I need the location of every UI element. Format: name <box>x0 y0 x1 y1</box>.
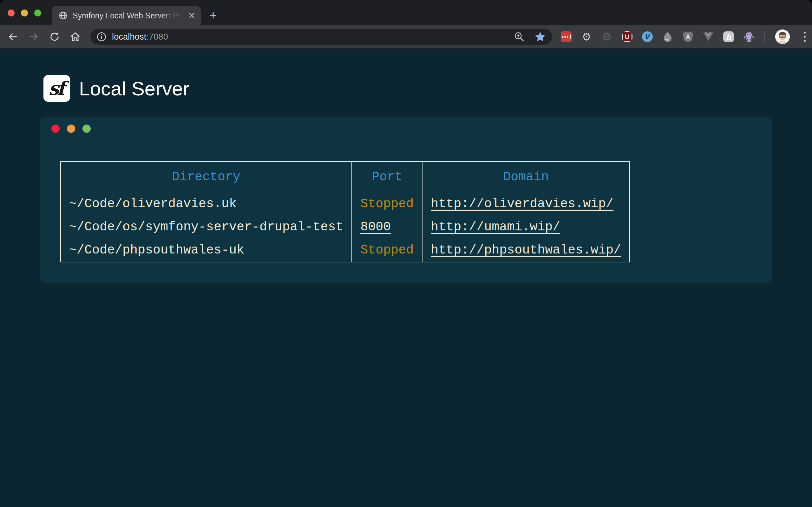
column-header-directory: Directory <box>61 162 352 192</box>
port-cell: 8000 <box>352 216 422 239</box>
reload-icon <box>49 31 60 43</box>
directory-cell: ~/Code/os/symfony-server-drupal-test <box>61 216 352 239</box>
window-minimize-button[interactable] <box>21 9 28 16</box>
vimium-extension-icon[interactable]: V <box>642 32 653 42</box>
tab-strip: Symfony Local Web Server: Prox ✕ + <box>0 0 812 25</box>
gear-extension-icon[interactable]: ⚙ <box>581 32 592 42</box>
table-row: ~/Code/oliverdavies.uk Stopped http://ol… <box>61 192 629 216</box>
port-cell: Stopped <box>352 192 422 216</box>
url-host: localhost <box>112 32 146 42</box>
terminal-card: Directory Port Domain ~/Code/oliverdavie… <box>40 117 772 283</box>
url-bar[interactable]: localhost:7080 <box>90 29 552 45</box>
browser-menu-button[interactable] <box>799 32 810 42</box>
directory-cell: ~/Code/phpsouthwales-uk <box>61 239 352 262</box>
domain-cell: http://phpsouthwales.wip/ <box>422 239 629 262</box>
domain-cell: http://oliverdavies.wip/ <box>422 192 629 216</box>
symfony-logo: sf <box>44 75 70 102</box>
port-link[interactable]: 8000 <box>360 220 391 234</box>
reload-button[interactable] <box>48 30 61 44</box>
lastpass-extension-icon[interactable] <box>561 32 571 42</box>
tab-title: Symfony Local Web Server: Prox <box>72 11 186 20</box>
zoom-page-button[interactable] <box>513 31 525 43</box>
octocat-icon <box>744 32 754 42</box>
domain-link[interactable]: http://oliverdavies.wip/ <box>431 197 613 211</box>
servers-table: Directory Port Domain ~/Code/oliverdavie… <box>60 161 630 262</box>
vue-chevron-icon <box>703 32 714 42</box>
bookmark-star-button[interactable] <box>535 31 546 43</box>
macos-window-controls <box>8 9 41 16</box>
avatar-illustration <box>775 30 790 44</box>
back-button[interactable] <box>6 30 20 44</box>
browser-window: Symfony Local Web Server: Prox ✕ + <box>0 0 812 507</box>
card-green-dot <box>83 124 91 133</box>
drupal-extension-icon[interactable] <box>662 32 673 42</box>
home-icon <box>69 31 81 43</box>
new-tab-button[interactable]: + <box>206 8 221 23</box>
table-row: ~/Code/phpsouthwales-uk Stopped http://p… <box>61 239 629 262</box>
status-badge: Stopped <box>360 243 414 257</box>
table-row: ~/Code/os/symfony-server-drupal-test 800… <box>61 216 629 239</box>
window-zoom-button[interactable] <box>34 9 41 16</box>
h-extension-icon[interactable]: h <box>723 32 734 42</box>
ublock-extension-icon[interactable]: U <box>622 32 632 42</box>
browser-toolbar: localhost:7080 ⚙ <box>0 25 812 49</box>
toolbar-separator <box>764 31 765 43</box>
column-header-port: Port <box>352 162 422 192</box>
domain-link[interactable]: http://umami.wip/ <box>431 220 560 234</box>
page-info-icon[interactable] <box>96 32 107 42</box>
gear-dim-extension-icon[interactable]: ⚙ <box>601 32 612 42</box>
status-badge: Stopped <box>360 197 414 211</box>
page-content: sf Local Server Directory Port Domain <box>0 49 812 507</box>
domain-cell: http://umami.wip/ <box>422 216 629 239</box>
column-header-domain: Domain <box>422 162 629 192</box>
angular-extension-icon[interactable]: A <box>682 32 693 42</box>
github-octocat-extension-icon[interactable] <box>744 32 754 42</box>
drupal-droplet-icon <box>662 32 673 42</box>
table-header-row: Directory Port Domain <box>61 162 629 192</box>
browser-tab[interactable]: Symfony Local Web Server: Prox ✕ <box>52 6 201 25</box>
url-text[interactable]: localhost:7080 <box>112 32 168 42</box>
back-arrow-icon <box>7 31 18 43</box>
tab-close-icon[interactable]: ✕ <box>188 11 195 20</box>
profile-avatar[interactable] <box>775 30 790 44</box>
page-title: Local Server <box>79 77 189 100</box>
card-traffic-lights <box>51 124 91 133</box>
window-close-button[interactable] <box>8 9 14 16</box>
card-orange-dot <box>67 124 75 133</box>
forward-arrow-icon <box>28 31 40 43</box>
vue-extension-icon[interactable] <box>703 32 714 42</box>
magnifier-plus-icon <box>514 32 525 42</box>
extension-row: ⚙ ⚙ U V A <box>561 25 810 48</box>
home-button[interactable] <box>68 30 82 44</box>
forward-button[interactable] <box>27 30 41 44</box>
bookmark-star-icon <box>535 31 546 43</box>
domain-link[interactable]: http://phpsouthwales.wip/ <box>431 243 621 257</box>
port-cell: Stopped <box>352 239 422 262</box>
globe-icon <box>59 11 67 20</box>
url-port: :7080 <box>146 32 168 42</box>
card-red-dot <box>51 124 60 133</box>
brand-header: sf Local Server <box>44 75 189 102</box>
directory-cell: ~/Code/oliverdavies.uk <box>61 192 352 216</box>
